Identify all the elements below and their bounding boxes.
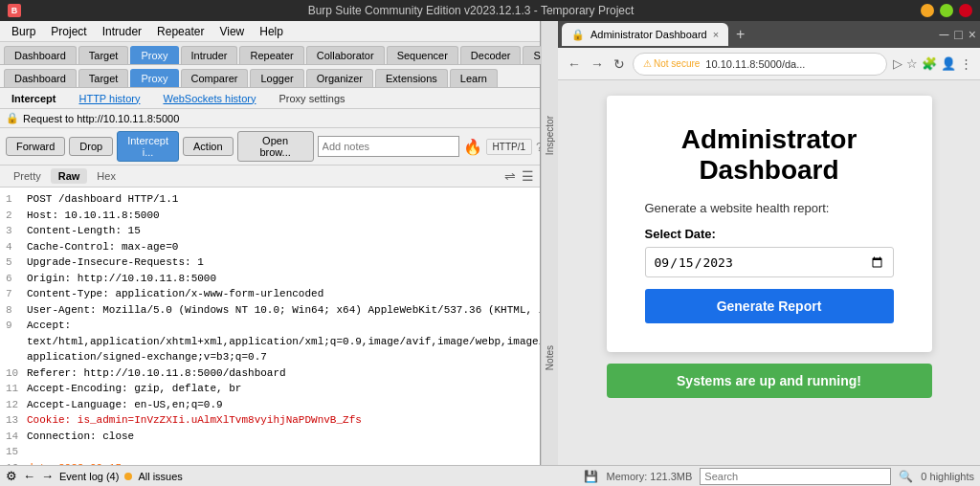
- tab-dashboard[interactable]: Dashboard: [4, 46, 77, 64]
- action-button[interactable]: Action: [183, 137, 234, 156]
- forward-status-icon[interactable]: →: [41, 469, 54, 483]
- app-title: Burp Suite Community Edition v2023.12.1.…: [29, 4, 913, 17]
- notes-label[interactable]: Notes: [541, 342, 559, 374]
- all-issues[interactable]: All issues: [138, 471, 182, 482]
- fmt-hex[interactable]: Hex: [89, 168, 123, 184]
- close-button[interactable]: [959, 4, 972, 17]
- menu-intruder[interactable]: Intruder: [95, 23, 149, 40]
- add-notes-input[interactable]: [318, 136, 459, 157]
- tab2-proxy[interactable]: Proxy: [130, 69, 178, 87]
- table-row: 1POST /dashboard HTTP/1.1: [6, 191, 534, 208]
- inspector-label[interactable]: Inspector: [541, 112, 559, 159]
- minimize-button[interactable]: [921, 4, 934, 17]
- admin-card-subtitle: Generate a website health report:: [645, 201, 894, 215]
- browser-tab-bar: 🔒 Administrator Dashboard × + ─ □ ×: [558, 21, 980, 48]
- generate-report-button[interactable]: Generate Report: [645, 289, 894, 323]
- wrap-icon[interactable]: ⇌: [504, 168, 516, 184]
- tab2-learn[interactable]: Learn: [450, 69, 498, 87]
- date-input[interactable]: [645, 247, 894, 277]
- table-row: 4Cache-Control: max-age=0: [6, 239, 534, 255]
- tab-site-icon: 🔒: [571, 29, 585, 41]
- second-tab-bar: Dashboard Target Proxy Comparer Logger O…: [0, 65, 540, 88]
- menu-dots-icon[interactable]: ⋮: [960, 56, 972, 71]
- menu-project[interactable]: Project: [43, 23, 94, 40]
- tab-intruder[interactable]: Intruder: [181, 46, 238, 64]
- drop-button[interactable]: Drop: [69, 137, 113, 156]
- menu-repeater[interactable]: Repeater: [149, 23, 212, 40]
- admin-card-title: Administrator Dashboard: [645, 124, 894, 186]
- tab-proxy[interactable]: Proxy: [130, 46, 178, 64]
- forward-nav-icon[interactable]: →: [589, 55, 606, 74]
- browser-tab-admin[interactable]: 🔒 Administrator Dashboard ×: [562, 23, 728, 46]
- tab2-target[interactable]: Target: [78, 69, 129, 87]
- list-icon[interactable]: ☰: [522, 168, 534, 184]
- table-row: text/html,application/xhtml+xml,applicat…: [6, 334, 534, 350]
- menu-view[interactable]: View: [212, 23, 252, 40]
- proxy-tab-history[interactable]: HTTP history: [71, 91, 147, 106]
- new-tab-button[interactable]: +: [732, 26, 748, 43]
- settings-icon[interactable]: ⚙: [6, 469, 17, 483]
- browser-maximize[interactable]: □: [954, 27, 962, 42]
- fmt-pretty[interactable]: Pretty: [6, 168, 49, 184]
- tab2-organizer[interactable]: Organizer: [306, 69, 373, 87]
- address-bar-row: ← → ↻ ⚠ Not secure 10.10.11.8:5000/da...…: [558, 48, 980, 80]
- back-icon[interactable]: ←: [566, 55, 583, 74]
- tab-repeater[interactable]: Repeater: [239, 46, 303, 64]
- browser-close[interactable]: ×: [969, 27, 976, 42]
- proxy-tab-intercept[interactable]: Intercept: [4, 91, 63, 106]
- main-container: Burp Project Intruder Repeater View Help…: [0, 21, 980, 465]
- menu-help[interactable]: Help: [252, 23, 291, 40]
- extension-icon[interactable]: 🧩: [922, 56, 937, 71]
- tab2-comparer[interactable]: Comparer: [181, 69, 249, 87]
- browser-minimize[interactable]: ─: [939, 27, 948, 42]
- tab-sequencer[interactable]: Sequencer: [387, 46, 458, 64]
- event-log[interactable]: Event log (4): [59, 471, 119, 482]
- proxy-tab-websockets[interactable]: WebSockets history: [155, 91, 263, 106]
- memory-icon: 💾: [584, 470, 598, 483]
- format-tabs-bar: Pretty Raw Hex ⇌ ☰: [0, 166, 540, 188]
- intercept-button[interactable]: Intercept i...: [117, 131, 179, 162]
- tab2-dashboard[interactable]: Dashboard: [4, 69, 77, 87]
- table-row: 14Connection: close: [6, 429, 534, 445]
- memory-status: Memory: 121.3MB: [606, 471, 692, 482]
- tab-collaborator[interactable]: Collaborator: [306, 46, 385, 64]
- table-row: 10Referer: http://10.10.11.8:5000/dashbo…: [6, 365, 534, 382]
- table-row: 11Accept-Encoding: gzip, deflate, br: [6, 381, 534, 397]
- table-row: 15: [6, 444, 534, 460]
- tab-target[interactable]: Target: [78, 46, 129, 64]
- back-status-icon[interactable]: ←: [23, 469, 35, 483]
- tab2-logger[interactable]: Logger: [250, 69, 303, 87]
- date-label: Select Date:: [645, 227, 894, 241]
- http-badge: HTTP/1: [486, 139, 532, 155]
- tab-decoder[interactable]: Decoder: [460, 46, 522, 64]
- proxy-toolbar: Forward Drop Intercept i... Action Open …: [0, 128, 540, 166]
- status-right: 💾 Memory: 121.3MB 🔍 0 highlights: [584, 468, 974, 485]
- cast-icon[interactable]: ▷: [893, 56, 902, 71]
- menu-bar: Burp Project Intruder Repeater View Help: [0, 21, 540, 42]
- title-bar: B Burp Suite Community Edition v2023.12.…: [0, 0, 980, 21]
- bookmark-icon[interactable]: ☆: [906, 56, 918, 71]
- proxy-tab-settings[interactable]: Proxy settings: [271, 91, 352, 106]
- tab-close-icon[interactable]: ×: [713, 29, 719, 40]
- table-row: 9Accept:: [6, 318, 534, 334]
- tab2-extensions[interactable]: Extensions: [375, 69, 448, 87]
- app-icon: B: [8, 4, 21, 17]
- admin-card: Administrator Dashboard Generate a websi…: [607, 96, 932, 352]
- fmt-raw[interactable]: Raw: [51, 168, 88, 184]
- browser-panel: 🔒 Administrator Dashboard × + ─ □ × ← → …: [558, 21, 980, 465]
- browser-action-icons: ▷ ☆ 🧩 👤 ⋮: [893, 56, 972, 71]
- search-input[interactable]: [700, 468, 891, 485]
- status-left: ⚙ ← → Event log (4) All issues: [6, 469, 183, 483]
- menu-burp[interactable]: Burp: [4, 23, 43, 40]
- open-browser-button[interactable]: Open brow...: [237, 131, 314, 162]
- event-dot: [124, 473, 132, 480]
- reload-icon[interactable]: ↻: [612, 55, 627, 74]
- table-row: 13Cookie: is_admin=InVzZXIi.uAlmXlTvm8vy…: [6, 412, 534, 429]
- burp-panel: Burp Project Intruder Repeater View Help…: [0, 21, 541, 465]
- maximize-button[interactable]: [940, 4, 953, 17]
- search-icon[interactable]: 🔍: [899, 470, 913, 483]
- profile-icon[interactable]: 👤: [941, 56, 956, 71]
- address-bar[interactable]: ⚠ Not secure 10.10.11.8:5000/da...: [633, 53, 887, 76]
- request-bar: 🔒 Request to http://10.10.11.8:5000: [0, 109, 540, 128]
- forward-button[interactable]: Forward: [6, 137, 65, 156]
